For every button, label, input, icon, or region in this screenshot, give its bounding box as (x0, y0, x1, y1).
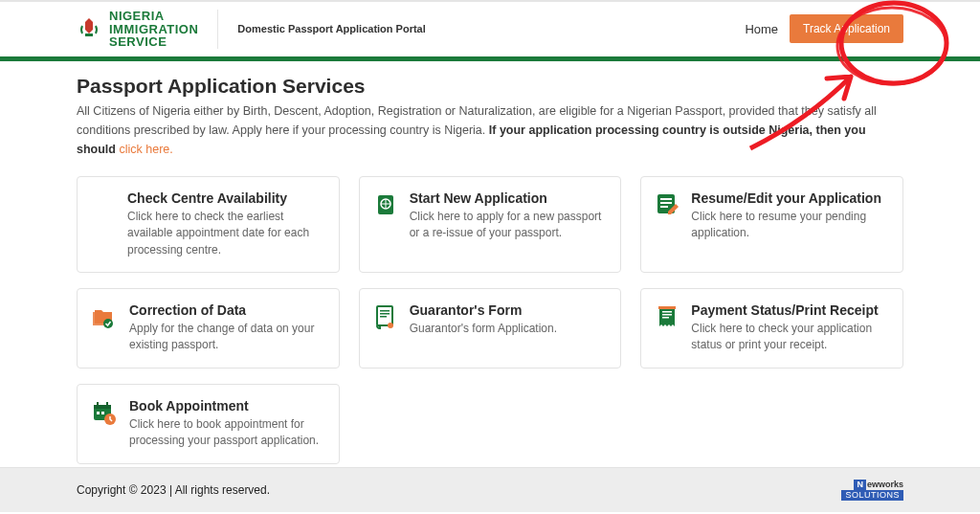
svg-rect-16 (662, 314, 672, 316)
svg-rect-12 (380, 313, 390, 315)
folder-check-icon (91, 302, 118, 354)
card-title: Payment Status/Print Receipt (691, 302, 887, 318)
card-description: Click here to check your application sta… (691, 321, 887, 354)
card-description: Guarantor's form Application. (410, 321, 606, 337)
card-title: Correction of Data (129, 302, 323, 318)
card-title: Start New Application (410, 190, 606, 206)
org-name-line2: IMMIGRATION (109, 23, 198, 36)
card-description: Click here to book appointment for proce… (129, 416, 323, 450)
org-name-line3: SERVICE (109, 35, 198, 49)
top-divider (0, 0, 980, 2)
card-title: Resume/Edit your Application (691, 190, 887, 206)
calendar-clock-icon (91, 398, 118, 450)
card-title: Check Centre Availability (127, 190, 323, 206)
card-payment-status-receipt[interactable]: Payment Status/Print Receipt Click here … (640, 288, 903, 369)
svg-point-14 (388, 323, 393, 328)
svg-point-9 (103, 319, 113, 328)
svg-rect-21 (97, 402, 99, 407)
svg-rect-20 (94, 405, 111, 409)
org-name: NIGERIA IMMIGRATION SERVICE (109, 10, 198, 49)
intro-paragraph: All Citizens of Nigeria either by Birth,… (77, 101, 903, 159)
svg-rect-23 (97, 412, 100, 414)
vendor-bottom: SOLUTIONS (841, 490, 903, 501)
page-title: Passport Application Services (77, 75, 903, 98)
svg-rect-13 (380, 316, 387, 318)
svg-rect-6 (660, 198, 672, 200)
portal-subtitle: Domestic Passport Application Portal (237, 23, 425, 34)
svg-rect-22 (106, 402, 108, 407)
vendor-n: N (854, 480, 866, 490)
svg-rect-17 (662, 317, 669, 319)
card-check-centre-availability[interactable]: Check Centre Availability Click here to … (77, 176, 340, 273)
svg-rect-8 (660, 206, 668, 208)
main-content: Passport Application Services All Citize… (0, 61, 980, 464)
card-title: Guarantor's Form (410, 302, 606, 318)
click-here-link[interactable]: click here. (119, 143, 172, 156)
receipt-icon (655, 302, 679, 354)
svg-rect-0 (85, 34, 93, 36)
footer: Copyright © 2023 | All rights reserved. … (0, 467, 980, 512)
coat-of-arms-icon (77, 16, 101, 41)
card-description: Click here to resume your pending applic… (691, 209, 887, 242)
svg-rect-24 (101, 412, 104, 414)
card-correction-of-data[interactable]: Correction of Data Apply for the change … (77, 288, 340, 369)
service-cards-grid: Check Centre Availability Click here to … (77, 176, 903, 464)
svg-rect-7 (660, 202, 672, 204)
vendor-logo: Newworks SOLUTIONS (841, 480, 903, 501)
passport-icon (373, 190, 398, 258)
card-description: Click here to apply for a new passport o… (410, 209, 606, 242)
certificate-icon (373, 302, 398, 354)
availability-icon (91, 190, 116, 258)
card-title: Book Appointment (129, 398, 323, 413)
card-guarantors-form[interactable]: Guarantor's Form Guarantor's form Applic… (359, 288, 622, 369)
card-description: Apply for the change of data on your exi… (129, 321, 323, 354)
site-logo[interactable]: NIGERIA IMMIGRATION SERVICE (77, 10, 218, 49)
edit-form-icon (655, 190, 679, 258)
card-resume-edit-application[interactable]: Resume/Edit your Application Click here … (640, 176, 903, 273)
card-description: Click here to check the earliest availab… (127, 209, 323, 258)
nav-home-link[interactable]: Home (745, 22, 778, 36)
card-book-appointment[interactable]: Book Appointment Click here to book appo… (77, 384, 340, 464)
svg-rect-11 (380, 310, 390, 312)
card-start-new-application[interactable]: Start New Application Click here to appl… (359, 176, 622, 273)
svg-rect-18 (658, 306, 676, 309)
track-application-button[interactable]: Track Application (790, 14, 903, 43)
vendor-top: ewworks (867, 480, 903, 489)
org-name-line1: NIGERIA (109, 10, 198, 23)
svg-rect-15 (662, 311, 672, 313)
copyright-text: Copyright © 2023 | All rights reserved. (77, 483, 270, 497)
site-header: NIGERIA IMMIGRATION SERVICE Domestic Pas… (0, 2, 980, 56)
